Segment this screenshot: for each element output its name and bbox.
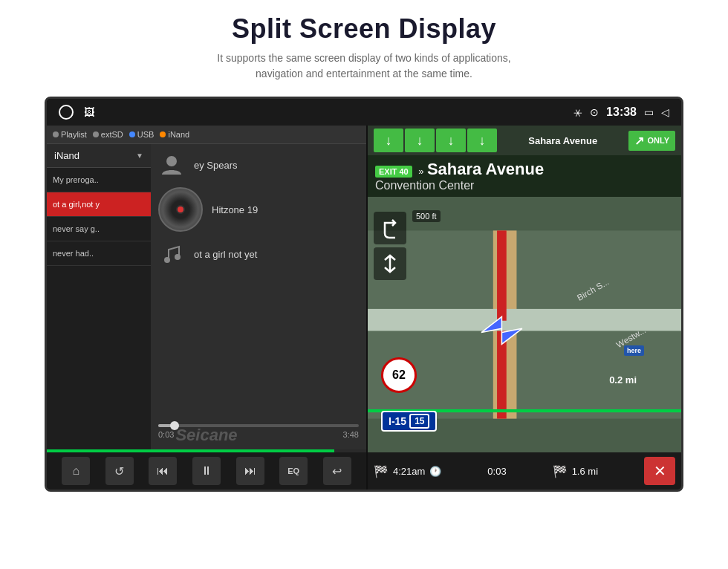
playlist-source-label: iNand [54,150,79,161]
repeat-button[interactable]: ↺ [105,457,134,485]
page-subtitle: It supports the same screen display of t… [15,51,713,82]
track-info: ey Spears Hitzone 19 [158,152,359,421]
progress-area: 0:03 3:48 [158,421,359,442]
track-name: ot a girl not yet [194,249,257,260]
playlist-item-2[interactable]: never say g.. [47,217,151,241]
map-area: Birch S... Westw... [368,197,681,452]
turn-icon-box-1 [374,212,406,244]
progress-fill [158,424,175,427]
dot-inand [160,131,166,137]
street-sub: Convention Center [375,179,674,192]
dot-usb [129,131,135,137]
status-left: 🖼 [59,105,94,120]
progress-bar-track[interactable] [158,424,359,427]
chevron-down-icon: ▼ [136,152,143,160]
player-controls-bar: ⌂ ↺ ⏮ ⏸ ⏭ EQ ↩ [47,452,366,490]
image-icon: 🖼 [84,106,94,118]
home-button[interactable]: ⌂ [62,457,90,485]
page-header: Split Screen Display It supports the sam… [0,0,728,89]
album-row: Hitzone 19 [158,187,359,232]
window-icon: ▭ [644,106,654,118]
street-name: Sahara Avenue [427,160,544,178]
source-tab-usb[interactable]: USB [129,130,155,139]
split-area: Playlist extSD USB iNand [47,126,681,490]
source-tab-playlist[interactable]: Playlist [53,130,87,139]
navigation-panel: ↓ ↓ ↓ ↓ Sahara Avenue ↗ ONLY EXIT 40 » S… [368,126,681,490]
source-label-playlist: Playlist [61,130,87,139]
eta-distance-group: 🏁 1.6 mi [553,464,598,478]
dot-playlist [53,131,59,137]
svg-rect-6 [497,230,507,320]
arrow-right-label: » [418,166,423,177]
flag-start-icon: 🏁 [374,464,389,478]
back-icon: ◁ [661,106,669,118]
home-circle-icon [59,105,74,120]
music-player-panel: Playlist extSD USB iNand [47,126,366,490]
eta-distance: 1.6 mi [572,466,598,477]
nav-street-banner: EXIT 40 » Sahara Avenue Convention Cente… [368,155,681,197]
playlist-item-1[interactable]: ot a girl,not y [47,192,151,217]
svg-point-0 [166,156,177,166]
highway-sign: I-15 15 [381,411,437,432]
turn-distance-label: 500 ft [412,210,441,222]
prev-button[interactable]: ⏮ [149,457,177,485]
progress-thumb [170,421,179,430]
back-button[interactable]: ↩ [323,457,351,485]
svg-point-2 [175,254,181,260]
eta-start: 🏁 4:21am 🕐 [374,464,441,478]
arrow-down-4: ↓ [467,129,497,152]
player-content: ey Spears Hitzone 19 [151,144,366,449]
status-right: ⚹ ⊙ 13:38 ▭ ◁ [573,105,669,119]
highway-label: I-15 [389,415,406,427]
artist-icon [158,152,185,178]
clock-icon: 🕐 [429,466,441,477]
disc-icon [158,187,203,232]
arrow-down-2: ↓ [405,129,435,152]
source-label-extsd: extSD [101,130,123,139]
svg-point-1 [164,257,170,263]
nav-top-bar: ↓ ↓ ↓ ↓ Sahara Avenue ↗ ONLY [368,126,681,155]
arrow-down-3: ↓ [436,129,466,152]
playlist-item-3[interactable]: never had.. [47,241,151,266]
highway-shield: 15 [409,414,429,429]
album-name: Hitzone 19 [212,204,258,215]
only-arrow-icon: ↗ [634,134,644,148]
eta-duration: 0:03 [487,466,506,477]
time-current: 0:03 [158,430,174,439]
source-tabs: Playlist extSD USB iNand [47,126,366,144]
status-time: 13:38 [606,105,637,119]
turn-icon-box-2 [374,247,406,280]
sahara-label-top: Sahara Avenue [528,135,597,146]
here-logo: here [624,345,644,356]
music-note-icon [158,241,185,267]
source-tab-extsd[interactable]: extSD [93,130,123,139]
progress-times: 0:03 3:48 [158,430,359,439]
playlist-items: My preroga.. ot a girl,not y never say g… [47,168,151,449]
source-tab-inand[interactable]: iNand [160,130,189,139]
location-icon: ⊙ [590,106,599,118]
exit-badge: EXIT 40 [375,166,412,178]
player-main: iNand ▼ My preroga.. ot a girl,not y nev… [47,144,366,449]
turn-icons [374,212,406,280]
playlist-header[interactable]: iNand ▼ [47,144,151,168]
time-total: 3:48 [343,430,359,439]
bluetooth-icon: ⚹ [573,106,582,119]
nav-close-button[interactable]: ✕ [644,457,675,485]
speed-limit-value: 62 [392,368,406,382]
artist-row: ey Spears [158,152,359,178]
play-pause-button[interactable]: ⏸ [192,457,221,485]
device-frame: 🖼 ⚹ ⊙ 13:38 ▭ ◁ Playlist extSD [45,97,683,492]
distance-label: 0.2 mi [609,374,637,386]
speed-limit-sign: 62 [381,357,417,393]
dot-extsd [93,131,99,137]
only-sign: ↗ ONLY [628,131,675,151]
next-button[interactable]: ⏭ [236,457,264,485]
playlist-item-0[interactable]: My preroga.. [47,168,151,192]
eq-button[interactable]: EQ [279,457,308,485]
eta-duration-value: 0:03 [487,466,506,477]
eta-time: 4:21am [393,466,425,477]
flag-end-icon: 🏁 [553,464,568,478]
source-label-inand: iNand [168,130,189,139]
arrow-down-1: ↓ [374,129,403,152]
source-label-usb: USB [137,130,155,139]
